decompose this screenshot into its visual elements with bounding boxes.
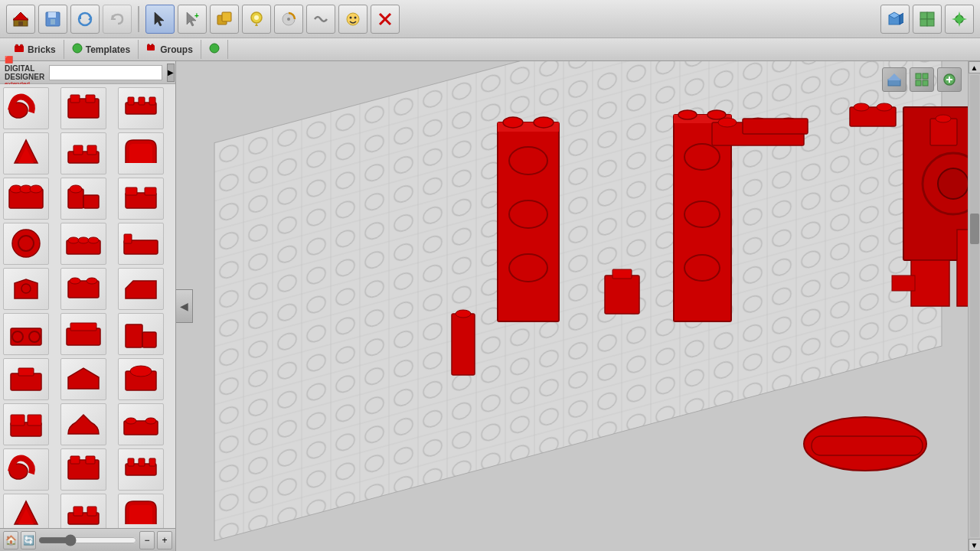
svg-rect-4 — [48, 12, 56, 18]
brick-item-2[interactable] — [60, 87, 106, 129]
brick-item-11[interactable] — [60, 223, 106, 265]
add-brick-button[interactable]: + — [178, 5, 207, 34]
brick-item-25[interactable] — [3, 448, 49, 491]
bricks-icon — [14, 43, 24, 56]
brick-item-21[interactable] — [118, 358, 164, 400]
undo-button[interactable] — [103, 5, 132, 34]
bricks-tab-label: Bricks — [28, 44, 56, 55]
panel-collapse-button[interactable]: ▶ — [167, 64, 175, 82]
svg-point-92 — [126, 418, 136, 424]
3d-viewport[interactable]: ◀ — [176, 61, 980, 551]
brick-item-24[interactable] — [118, 403, 164, 445]
svg-point-58 — [30, 185, 42, 193]
brick-item-15[interactable] — [118, 268, 164, 310]
brick-item-20[interactable] — [60, 358, 106, 400]
panel-bottom-toolbar: 🏠 🔄 − + — [0, 528, 175, 551]
brick-item-4[interactable] — [3, 132, 49, 174]
brick-grid — [0, 84, 175, 528]
svg-rect-77 — [11, 328, 41, 345]
brick-panel: 🟥 DIGITAL DESIGNER extended ▶ 🏠 🔄 − + — [0, 61, 176, 551]
svg-rect-168 — [923, 73, 928, 79]
home-button[interactable] — [6, 5, 35, 34]
brick-item-27[interactable] — [118, 448, 164, 491]
brick-item-8[interactable] — [60, 178, 106, 220]
svg-marker-166 — [887, 73, 901, 80]
scroll-down-button[interactable]: ▼ — [969, 539, 981, 551]
panel-home-button[interactable]: 🏠 — [3, 531, 18, 549]
brick-item-10[interactable] — [3, 223, 49, 265]
panel-zoom-in[interactable]: + — [157, 531, 172, 549]
scroll-track[interactable] — [970, 75, 979, 537]
clone-button[interactable] — [210, 5, 239, 34]
svg-rect-169 — [916, 80, 921, 86]
view-3d-button[interactable] — [880, 5, 910, 34]
brick-item-9[interactable] — [118, 178, 164, 220]
rotate-button[interactable] — [70, 5, 100, 34]
tab-templates[interactable]: Templates — [64, 40, 139, 59]
brick-item-30[interactable] — [118, 494, 164, 528]
view-home-button[interactable] — [882, 67, 906, 92]
zoom-slider[interactable] — [38, 535, 137, 546]
scroll-thumb[interactable] — [970, 214, 979, 244]
scroll-up-button[interactable]: ▲ — [969, 61, 981, 73]
select-button[interactable] — [145, 5, 175, 34]
save-button[interactable] — [38, 5, 67, 34]
panel-toggle-button[interactable]: ◀ — [176, 289, 193, 323]
brick-item-19[interactable] — [3, 358, 49, 400]
svg-text:+: + — [194, 11, 199, 20]
delete-button[interactable] — [371, 5, 400, 34]
svg-rect-63 — [126, 187, 137, 195]
svg-point-36 — [20, 44, 23, 47]
svg-rect-96 — [70, 456, 80, 464]
brick-item-17[interactable] — [60, 313, 106, 355]
svg-marker-1 — [13, 12, 28, 20]
brick-item-6[interactable] — [118, 132, 164, 174]
paint-button[interactable] — [242, 5, 271, 34]
svg-rect-44 — [70, 95, 80, 103]
brick-item-1[interactable] — [3, 87, 49, 129]
settings-button[interactable] — [945, 5, 974, 34]
tab-groups[interactable]: Groups — [139, 40, 201, 59]
svg-rect-82 — [126, 324, 142, 347]
brick-item-28[interactable] — [3, 494, 49, 528]
main-toolbar: + — [0, 0, 980, 38]
panel-rotate-button[interactable]: 🔄 — [21, 531, 36, 549]
panel-brand-label: DIGITAL DESIGNER — [5, 64, 44, 81]
separator1 — [138, 6, 139, 32]
svg-marker-31 — [958, 21, 961, 27]
brick-item-29[interactable] — [60, 494, 106, 528]
brick-item-18[interactable] — [118, 313, 164, 355]
brick-item-23[interactable] — [60, 403, 106, 445]
svg-point-76 — [87, 278, 97, 284]
panel-zoom-out[interactable]: − — [139, 531, 155, 549]
hinge-button[interactable] — [274, 5, 303, 34]
svg-rect-45 — [86, 95, 95, 103]
svg-point-37 — [73, 44, 82, 53]
brick-item-14[interactable] — [60, 268, 106, 310]
brick-item-7[interactable] — [3, 178, 49, 220]
svg-rect-28 — [927, 19, 934, 26]
view-zoom-button[interactable] — [937, 67, 962, 92]
panel-header: 🟥 DIGITAL DESIGNER extended ▶ — [0, 61, 175, 84]
face-button[interactable] — [338, 5, 368, 34]
svg-point-68 — [68, 237, 79, 243]
brick-item-13[interactable] — [3, 268, 49, 310]
svg-rect-5 — [51, 19, 55, 24]
brick-item-26[interactable] — [60, 448, 106, 491]
brick-item-3[interactable] — [118, 87, 164, 129]
tab-extra[interactable] — [201, 40, 228, 59]
svg-rect-26 — [927, 12, 934, 19]
flex-button[interactable] — [306, 5, 335, 34]
view-grid-button[interactable] — [910, 67, 934, 92]
svg-point-70 — [88, 237, 99, 243]
svg-rect-83 — [142, 332, 156, 347]
brick-item-16[interactable] — [3, 313, 49, 355]
svg-rect-25 — [920, 12, 927, 19]
svg-point-39 — [148, 44, 150, 47]
brick-item-5[interactable] — [60, 132, 106, 174]
svg-rect-105 — [74, 507, 83, 516]
brick-item-22[interactable] — [3, 403, 49, 445]
search-input[interactable] — [49, 65, 162, 80]
view-toggle-button[interactable] — [913, 5, 942, 34]
brick-item-12[interactable] — [118, 223, 164, 265]
